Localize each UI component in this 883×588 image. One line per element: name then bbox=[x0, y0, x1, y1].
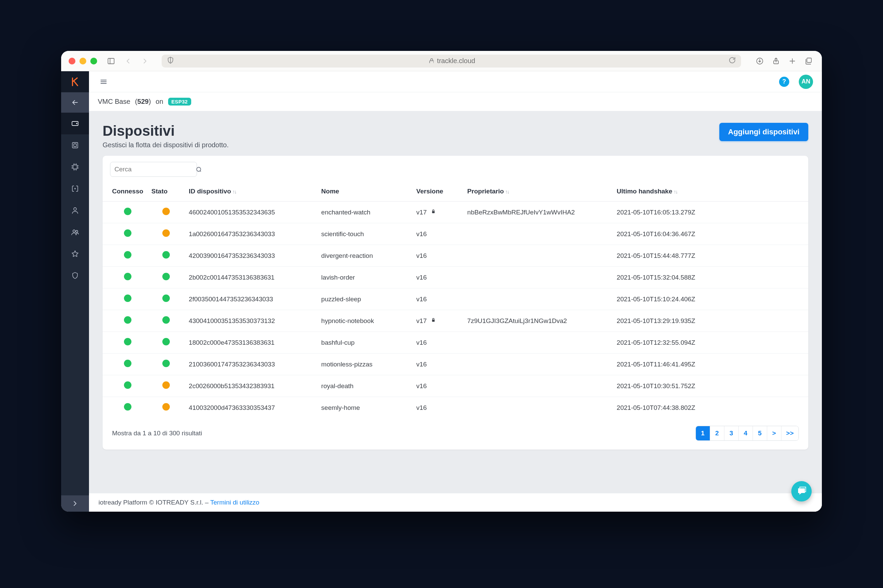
search-input[interactable] bbox=[114, 166, 195, 173]
cell-version: v16 bbox=[412, 375, 463, 397]
sidebar-back[interactable] bbox=[61, 92, 89, 112]
page-button[interactable]: 3 bbox=[724, 426, 739, 440]
window-close[interactable] bbox=[69, 58, 75, 64]
sidebar-item-integrations[interactable] bbox=[61, 178, 89, 200]
cell-name: puzzled-sleep bbox=[317, 288, 412, 310]
new-tab-icon[interactable] bbox=[787, 55, 798, 67]
cell-device-id: 18002c000e47353136383631 bbox=[185, 332, 317, 354]
page-button[interactable]: >> bbox=[781, 426, 799, 440]
lock-icon bbox=[427, 57, 434, 65]
page-button[interactable]: 2 bbox=[710, 426, 724, 440]
brackets-icon bbox=[71, 184, 79, 193]
add-device-button[interactable]: Aggiungi dispositivi bbox=[719, 123, 808, 141]
col-device-id[interactable]: ID dispositivo↑↓ bbox=[185, 182, 317, 201]
nav-forward-icon[interactable] bbox=[139, 55, 151, 67]
sidebar-toggle-icon[interactable] bbox=[105, 55, 117, 67]
sidebar-expand[interactable] bbox=[61, 495, 89, 512]
devices-card: Connesso Stato ID dispositivo↑↓ Nome Ver… bbox=[102, 156, 808, 450]
window-minimize[interactable] bbox=[80, 58, 86, 64]
cell-version: v16 bbox=[412, 332, 463, 354]
app-sidebar bbox=[61, 71, 89, 512]
privacy-shield-icon[interactable] bbox=[166, 56, 174, 66]
terms-link[interactable]: Termini di utilizzo bbox=[210, 499, 259, 506]
connected-dot bbox=[124, 360, 131, 367]
table-row[interactable]: 460024001051353532343635enchanted-watchv… bbox=[102, 201, 808, 223]
lock-icon bbox=[430, 317, 436, 325]
cell-version: v16 bbox=[412, 267, 463, 288]
col-connected[interactable]: Connesso bbox=[102, 182, 147, 201]
chat-button[interactable] bbox=[791, 481, 812, 501]
state-dot bbox=[162, 360, 170, 367]
connected-dot bbox=[124, 338, 131, 345]
page-button[interactable]: 1 bbox=[696, 426, 710, 440]
breadcrumb-on: on bbox=[155, 98, 163, 105]
sidebar-item-team[interactable] bbox=[61, 221, 89, 243]
cell-owner bbox=[463, 375, 613, 397]
table-row[interactable]: 420039001647353236343033divergent-reacti… bbox=[102, 245, 808, 267]
col-state[interactable]: Stato bbox=[147, 182, 185, 201]
sidebar-item-user[interactable] bbox=[61, 200, 89, 221]
search-field[interactable] bbox=[110, 162, 197, 177]
state-dot bbox=[162, 251, 170, 258]
table-row[interactable]: 430041000351353530373132hypnotic-noteboo… bbox=[102, 310, 808, 332]
sidebar-item-favorites[interactable] bbox=[61, 243, 89, 265]
table-row[interactable]: 2b002c001447353136383631lavish-orderv16 … bbox=[102, 267, 808, 288]
cell-handshake: 2021-05-10T15:10:24.406Z bbox=[613, 288, 808, 310]
state-dot bbox=[162, 316, 170, 324]
sidebar-item-security[interactable] bbox=[61, 265, 89, 286]
table-row[interactable]: 2c0026000b51353432383931royal-deathv16 2… bbox=[102, 375, 808, 397]
sort-icon: ↑↓ bbox=[505, 189, 509, 194]
hamburger-button[interactable] bbox=[98, 76, 109, 87]
sidebar-item-tiles[interactable] bbox=[61, 134, 89, 156]
cell-owner bbox=[463, 223, 613, 245]
sort-icon: ↑↓ bbox=[232, 189, 236, 194]
state-dot bbox=[162, 294, 170, 302]
cell-handshake: 2021-05-10T15:32:04.588Z bbox=[613, 267, 808, 288]
avatar[interactable]: AN bbox=[799, 75, 813, 89]
connected-dot bbox=[124, 403, 131, 411]
cell-version: v16 bbox=[412, 245, 463, 267]
nav-back-icon[interactable] bbox=[122, 55, 134, 67]
state-dot bbox=[162, 403, 170, 411]
cell-name: bashful-cup bbox=[317, 332, 412, 354]
help-button[interactable]: ? bbox=[779, 76, 789, 87]
cell-device-id: 460024001051353532343635 bbox=[185, 201, 317, 223]
page-button[interactable]: 5 bbox=[753, 426, 767, 440]
col-owner[interactable]: Proprietario↑↓ bbox=[463, 182, 613, 201]
refresh-icon[interactable] bbox=[728, 56, 736, 66]
url-bar[interactable]: trackle.cloud bbox=[162, 55, 741, 68]
sidebar-item-firmware[interactable] bbox=[61, 156, 89, 178]
state-dot bbox=[162, 273, 170, 280]
app-logo[interactable] bbox=[61, 71, 89, 92]
downloads-icon[interactable] bbox=[754, 55, 766, 67]
table-summary: Mostra da 1 a 10 di 300 risultati bbox=[112, 429, 202, 437]
app-footer: iotready Platform © IOTREADY S.r.l. – Te… bbox=[89, 493, 822, 512]
cell-owner bbox=[463, 245, 613, 267]
cell-device-id: 1a0026001647353236343033 bbox=[185, 223, 317, 245]
devices-table: Connesso Stato ID dispositivo↑↓ Nome Ver… bbox=[102, 182, 808, 418]
table-row[interactable]: 2f0035001447353236343033puzzled-sleepv16… bbox=[102, 288, 808, 310]
cell-handshake: 2021-05-10T16:04:36.467Z bbox=[613, 223, 808, 245]
table-row[interactable]: 410032000d47363330353437seemly-homev16 2… bbox=[102, 397, 808, 419]
search-icon bbox=[195, 166, 201, 173]
page-title: Dispositivi bbox=[102, 123, 229, 139]
cell-name: hypnotic-notebook bbox=[317, 310, 412, 332]
table-row[interactable]: 210036001747353236343033motionless-pizza… bbox=[102, 354, 808, 375]
connected-dot bbox=[124, 273, 131, 280]
tabs-icon[interactable] bbox=[803, 55, 814, 67]
col-name[interactable]: Nome bbox=[317, 182, 412, 201]
tiles-icon bbox=[71, 141, 79, 149]
window-controls bbox=[69, 58, 97, 64]
table-row[interactable]: 1a0026001647353236343033scientific-touch… bbox=[102, 223, 808, 245]
cell-device-id: 2f0035001447353236343033 bbox=[185, 288, 317, 310]
page-button[interactable]: 4 bbox=[739, 426, 753, 440]
page-button[interactable]: > bbox=[767, 426, 781, 440]
col-version[interactable]: Versione bbox=[412, 182, 463, 201]
state-dot bbox=[162, 381, 170, 389]
window-maximize[interactable] bbox=[90, 58, 97, 64]
share-icon[interactable] bbox=[770, 55, 782, 67]
sidebar-item-devices[interactable] bbox=[61, 112, 89, 134]
col-handshake[interactable]: Ultimo handshake↑↓ bbox=[613, 182, 808, 201]
table-row[interactable]: 18002c000e47353136383631bashful-cupv16 2… bbox=[102, 332, 808, 354]
connected-dot bbox=[124, 294, 131, 302]
